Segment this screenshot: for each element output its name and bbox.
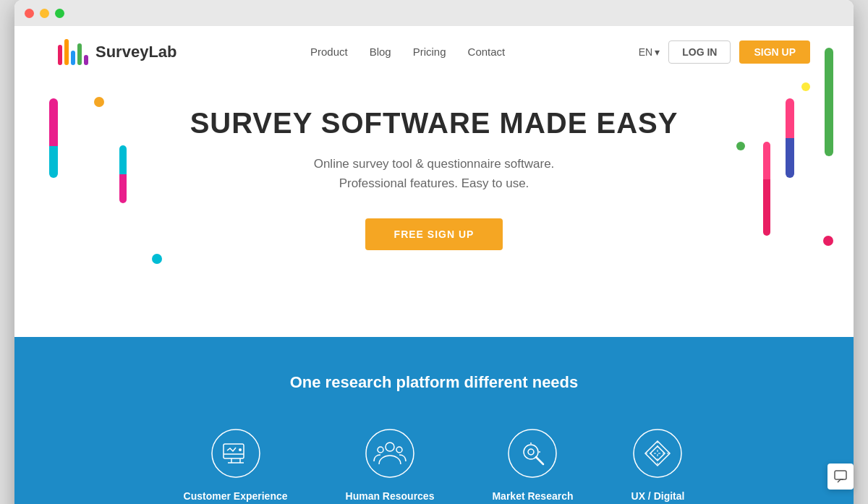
logo-bar-2 — [64, 39, 69, 65]
lang-label: EN — [639, 46, 652, 58]
nav-link-contact[interactable]: Contact — [468, 46, 506, 58]
language-button[interactable]: EN ▾ — [639, 46, 660, 58]
nav-right: EN ▾ LOG IN SIGN UP — [639, 40, 810, 64]
logo-text: SurveyLab — [95, 43, 177, 61]
traffic-light-yellow[interactable] — [40, 9, 49, 18]
svg-point-0 — [212, 430, 260, 477]
nav-link-pricing[interactable]: Pricing — [413, 46, 446, 58]
nav-item-blog[interactable]: Blog — [370, 46, 391, 59]
signup-button[interactable]: SIGN UP — [739, 40, 810, 64]
nav-link-blog[interactable]: Blog — [370, 46, 391, 58]
nav-link-product[interactable]: Product — [310, 46, 348, 58]
customer-experience-label: Customer Experience — [184, 490, 288, 502]
bottom-section-title: One research platform different needs — [58, 373, 810, 392]
hero-section: SurveyLab Product Blog Pricing Contact — [14, 26, 854, 337]
logo-bar-4 — [77, 43, 82, 65]
logo[interactable]: SurveyLab — [58, 39, 177, 65]
traffic-light-green[interactable] — [55, 9, 64, 18]
logo-icon — [58, 39, 88, 65]
nav-links: Product Blog Pricing Contact — [310, 46, 505, 59]
svg-rect-1 — [224, 444, 244, 458]
hero-subtitle-line1: Online survey tool & questionnaire softw… — [314, 157, 555, 171]
main-content: SurveyLab Product Blog Pricing Contact — [14, 26, 854, 504]
bottom-section: One research platform different needs — [14, 337, 854, 504]
human-resources-icon — [365, 428, 415, 479]
login-button[interactable]: LOG IN — [668, 40, 731, 64]
chevron-down-icon: ▾ — [655, 46, 660, 58]
svg-marker-18 — [645, 441, 670, 466]
svg-point-14 — [528, 449, 534, 455]
category-human-resources[interactable]: Human Resources — [346, 428, 435, 502]
svg-point-7 — [366, 430, 414, 477]
traffic-light-red[interactable] — [25, 9, 34, 18]
human-resources-label: Human Resources — [346, 490, 435, 502]
browser-window: SurveyLab Product Blog Pricing Contact — [14, 0, 854, 504]
logo-bar-1 — [58, 45, 62, 65]
customer-experience-icon — [210, 428, 261, 479]
logo-bar-5 — [84, 55, 88, 65]
nav-item-pricing[interactable]: Pricing — [413, 46, 446, 59]
svg-rect-20 — [835, 471, 846, 479]
svg-point-10 — [396, 447, 402, 453]
free-signup-button[interactable]: FREE SIGN UP — [365, 218, 503, 250]
ux-digital-label: UX / Digital — [631, 490, 685, 502]
chat-bubble[interactable] — [827, 464, 854, 490]
hero-subtitle-line2: Professional features. Easy to use. — [339, 176, 529, 190]
hero-title: SURVEY SOFTWARE MADE EASY — [29, 107, 839, 140]
svg-line-13 — [536, 457, 543, 464]
hero-subtitle: Online survey tool & questionnaire softw… — [29, 154, 839, 193]
category-customer-experience[interactable]: Customer Experience — [184, 428, 288, 502]
svg-point-8 — [386, 443, 394, 451]
svg-point-17 — [634, 430, 681, 477]
chat-icon — [833, 469, 848, 484]
nav-item-product[interactable]: Product — [310, 46, 348, 59]
svg-point-11 — [509, 430, 556, 477]
svg-point-6 — [239, 448, 242, 451]
category-ux-digital[interactable]: UX / Digital — [631, 428, 685, 502]
navbar: SurveyLab Product Blog Pricing Contact — [14, 26, 854, 78]
market-research-label: Market Research — [492, 490, 573, 502]
nav-item-contact[interactable]: Contact — [468, 46, 506, 59]
ux-digital-icon — [632, 428, 683, 479]
market-research-icon — [507, 428, 558, 479]
logo-bar-3 — [71, 51, 75, 65]
category-market-research[interactable]: Market Research — [492, 428, 573, 502]
categories-grid: Customer Experience Human Resources — [58, 428, 810, 502]
hero-body: SURVEY SOFTWARE MADE EASY Online survey … — [14, 78, 854, 265]
svg-point-9 — [378, 447, 383, 453]
browser-titlebar — [14, 0, 854, 26]
